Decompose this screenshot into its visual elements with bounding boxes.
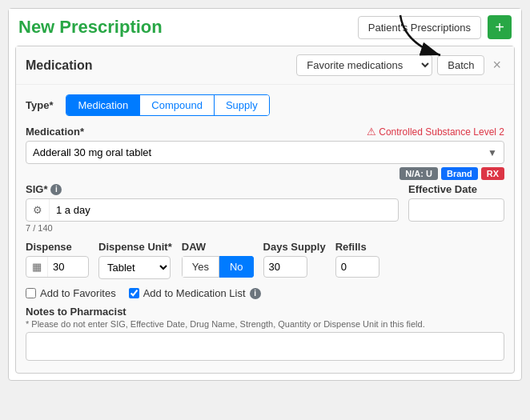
checkboxes-row: Add to Favorites Add to Medication List … (26, 287, 504, 299)
page-wrapper: New Prescription Patient's Prescriptions… (8, 8, 522, 381)
days-supply-group: Days Supply (263, 241, 326, 278)
medication-section: Medication Favorite medications (15, 46, 515, 374)
daw-yes-button[interactable]: Yes (182, 256, 219, 278)
dispense-group: Dispense ▦ (26, 241, 89, 278)
add-favorites-text: Add to Favorites (40, 287, 116, 299)
effective-date-label: Effective Date (408, 183, 504, 195)
sig-effective-row: SIG* i ⚙ 7 / 140 Effective Date (26, 183, 504, 233)
add-favorites-checkbox[interactable] (26, 288, 36, 298)
type-label: Type* (26, 99, 53, 111)
refills-group: Refills (335, 241, 379, 278)
refills-input[interactable] (335, 256, 379, 278)
add-favorites-label[interactable]: Add to Favorites (26, 287, 116, 299)
page-title: New Prescription (18, 17, 163, 38)
sig-label: SIG* (26, 183, 47, 195)
rx-badge: RX (481, 167, 504, 180)
effective-date-input[interactable] (408, 198, 504, 222)
sig-left: SIG* i ⚙ 7 / 140 (26, 183, 399, 233)
daw-label: DAW (182, 241, 254, 253)
controlled-substance-text: Controlled Substance Level 2 (379, 126, 504, 138)
batch-button-container: Batch (437, 55, 484, 75)
notes-subtext: * Please do not enter SIG, Effective Dat… (26, 319, 504, 329)
medication-dropdown-arrow[interactable]: ▼ (481, 142, 504, 163)
type-row: Type* Medication Compound Supply (26, 94, 504, 116)
medication-input[interactable] (26, 142, 481, 163)
sig-right: Effective Date (408, 183, 504, 222)
dispense-unit-group: Dispense Unit* Tablet Capsule mL mg (98, 241, 172, 279)
medication-field-label-row: Medication* ⚠ Controlled Substance Level… (26, 126, 504, 138)
medication-field-label: Medication* (26, 126, 84, 138)
patient-prescriptions-button[interactable]: Patient's Prescriptions (358, 16, 481, 39)
add-button[interactable]: + (488, 15, 512, 39)
na-u-badge: N/A: U (400, 167, 438, 180)
notes-label: Notes to Pharmacist (26, 306, 504, 318)
sig-count: 7 / 140 (26, 223, 399, 233)
controlled-substance-badge: ⚠ Controlled Substance Level 2 (367, 126, 504, 138)
close-button[interactable]: × (489, 57, 504, 74)
days-supply-label: Days Supply (263, 241, 326, 253)
section-header: Medication Favorite medications (16, 46, 514, 85)
dispense-input[interactable] (48, 257, 88, 277)
dispense-unit-label: Dispense Unit* (98, 241, 172, 253)
sig-input[interactable] (50, 199, 398, 221)
daw-no-button[interactable]: No (219, 256, 254, 278)
notes-textarea[interactable] (26, 332, 504, 361)
medication-input-row: ▼ (26, 141, 504, 164)
brand-badge: Brand (441, 167, 478, 180)
refills-label: Refills (335, 241, 379, 253)
medication-list-info-icon[interactable]: i (250, 288, 261, 299)
warning-icon: ⚠ (367, 126, 376, 138)
dispense-unit-select[interactable]: Tablet Capsule mL mg (98, 256, 171, 279)
add-medication-list-text: Add to Medication List (143, 287, 246, 299)
favorite-medications-select[interactable]: Favorite medications (296, 54, 432, 76)
section-header-right: Favorite medications Batch × (296, 54, 504, 76)
page-header: New Prescription Patient's Prescriptions… (9, 9, 521, 46)
sig-label-row: SIG* i (26, 183, 399, 195)
section-title: Medication (26, 58, 93, 73)
dispense-label: Dispense (26, 241, 89, 253)
type-supply-button[interactable]: Supply (215, 95, 269, 115)
add-medication-list-label[interactable]: Add to Medication List i (129, 287, 261, 299)
daw-group: DAW Yes No (182, 241, 254, 278)
type-buttons: Medication Compound Supply (66, 94, 269, 116)
sig-input-row: ⚙ (26, 198, 399, 222)
add-medication-list-checkbox[interactable] (129, 288, 139, 298)
badges-row: N/A: U Brand RX (26, 167, 504, 180)
dispense-calendar-icon[interactable]: ▦ (26, 257, 48, 277)
dispense-row: Dispense ▦ Dispense Unit* Tablet Capsule… (26, 241, 504, 279)
notes-section: Notes to Pharmacist * Please do not ente… (26, 306, 504, 363)
section-body: Type* Medication Compound Supply Medicat… (16, 85, 514, 373)
batch-button[interactable]: Batch (437, 55, 484, 75)
type-medication-button[interactable]: Medication (66, 95, 140, 115)
header-right: Patient's Prescriptions + (358, 15, 512, 39)
days-supply-input[interactable] (263, 256, 307, 278)
sig-info-icon[interactable]: i (50, 184, 62, 195)
type-compound-button[interactable]: Compound (140, 95, 215, 115)
sig-gear-icon[interactable]: ⚙ (26, 199, 50, 221)
dispense-input-row: ▦ (26, 256, 89, 278)
daw-yes-no: Yes No (182, 256, 254, 278)
